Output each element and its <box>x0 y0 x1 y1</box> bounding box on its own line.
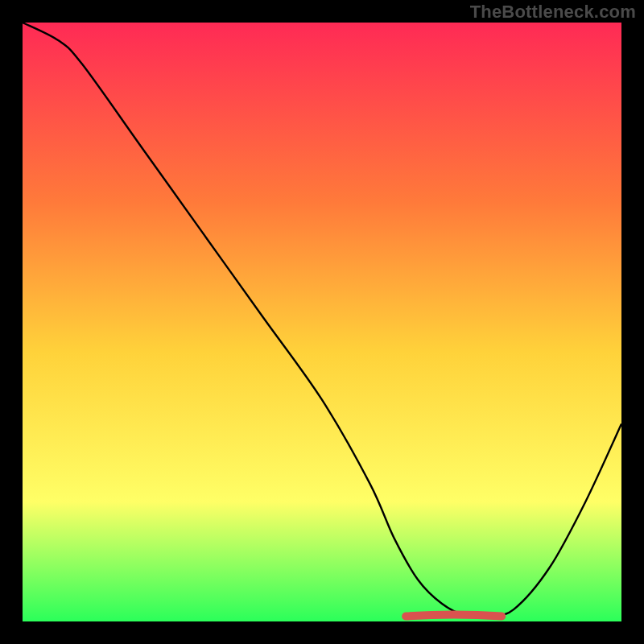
watermark-text: TheBottleneck.com <box>470 2 636 23</box>
chart-frame: { "watermark": "TheBottleneck.com", "col… <box>0 0 644 644</box>
plot-background <box>23 23 621 621</box>
optimal-range-marker <box>406 615 502 617</box>
bottleneck-chart <box>0 0 644 644</box>
